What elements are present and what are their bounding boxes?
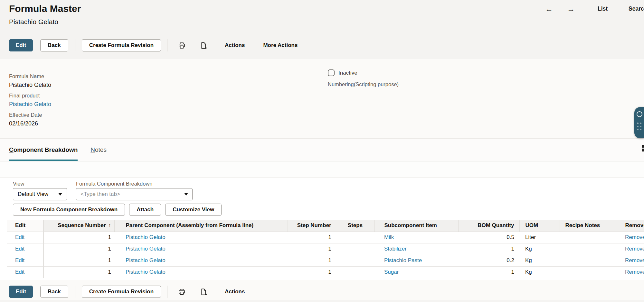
steps-cell [336,243,374,255]
attach-button[interactable]: Attach [129,204,161,216]
breakdown-combo-group: Formula Component Breakdown <Type then t… [76,181,193,200]
more-actions-button[interactable]: More Actions [263,42,298,49]
record-summary: Formula Name Pistachio Gelato Final prod… [0,59,644,139]
tab-notes[interactable]: Notes [90,139,107,161]
row-remove-link[interactable]: Remove [625,257,644,263]
inactive-checkbox[interactable] [328,69,335,76]
column-header-step-number[interactable]: Step Number [288,220,336,232]
subcomponent-item-link[interactable]: Stabilizer [384,246,407,252]
forward-arrow-icon[interactable]: → [567,4,575,14]
breakdown-label: Formula Component Breakdown [76,181,193,187]
bottom-toolbar: Edit Back Create Formula Revision Acti [9,286,245,298]
create-formula-revision-button[interactable]: Create Formula Revision [82,39,161,51]
recipe-notes-cell [560,232,621,243]
back-button[interactable]: Back [40,39,68,51]
parent-component-link[interactable]: Pistachio Gelato [126,246,166,252]
page-header: Formula Master Pistachio Gelato ← → List… [0,0,644,59]
uom-cell: Kg [519,266,560,278]
view-label: View [13,181,67,187]
sequence-number-cell: 1 [43,243,114,255]
record-subtitle: Pistachio Gelato [9,18,58,26]
bom-quantity-cell: 1 [458,243,519,255]
actions-button[interactable]: Actions [225,288,245,295]
back-button[interactable]: Back [40,286,68,298]
customize-view-button[interactable]: Customize View [165,204,222,216]
sort-ascending-icon: ↑ [109,223,111,228]
parent-component-link[interactable]: Pistachio Gelato [126,234,166,240]
view-select[interactable]: Default View [13,188,67,200]
sequence-number-cell: 1 [43,266,114,278]
breakdown-placeholder: <Type then tab> [80,191,120,197]
printer-icon [178,288,185,296]
formula-master-page: Formula Master Pistachio Gelato ← → List… [0,0,644,302]
new-document-button[interactable] [200,286,207,298]
print-button[interactable] [178,286,185,298]
formula-name-field: Formula Name Pistachio Gelato [9,73,644,88]
new-formula-component-breakdown-button[interactable]: New Formula Component Breakdown [13,204,125,216]
steps-cell [336,266,374,278]
dropdown-caret-icon [184,193,188,196]
search-menu-item[interactable]: Search [629,5,644,12]
column-header-bom-quantity[interactable]: BOM Quantity [458,220,519,232]
table-header-row: Edit Sequence Number↑ Parent Component (… [7,220,644,232]
row-remove-link[interactable]: Remove [625,234,644,240]
column-header-uom[interactable]: UOM [519,220,560,232]
column-header-steps[interactable]: Steps [336,220,374,232]
subcomponent-item-link[interactable]: Pistachio Paste [384,257,422,263]
breakdown-combo-input[interactable]: <Type then tab> [76,188,193,200]
create-formula-revision-button[interactable]: Create Formula Revision [82,286,161,298]
step-number-cell: 1 [288,232,336,243]
floating-action-pill[interactable] [634,107,644,138]
new-document-button[interactable] [200,39,207,51]
component-breakdown-panel: View Default View Formula Component Brea… [0,178,644,280]
recipe-notes-cell [560,255,621,266]
table-row: Edit 1 Pistachio Gelato 1 Milk 0.5 Liter… [7,232,644,243]
view-select-value: Default View [18,191,48,197]
back-arrow-icon[interactable]: ← [545,4,553,14]
page-bottom-margin [0,300,644,302]
row-remove-link[interactable]: Remove [625,269,644,275]
tab-content-gap [0,161,644,178]
recipe-notes-cell [560,243,621,255]
column-header-recipe-notes[interactable]: Recipe Notes [560,220,621,232]
record-flags: Inactive Numbering(Scripting purpose) [328,69,399,87]
list-menu-item[interactable]: List [598,5,608,12]
uom-cell: Liter [519,232,560,243]
sequence-number-cell: 1 [43,255,114,266]
uom-cell: Kg [519,255,560,266]
row-edit-link[interactable]: Edit [15,269,24,275]
subcomponent-item-link[interactable]: Sugar [384,269,399,275]
actions-button[interactable]: Actions [225,42,245,49]
column-header-edit[interactable]: Edit [7,220,43,232]
row-edit-link[interactable]: Edit [15,257,24,263]
step-number-cell: 1 [288,266,336,278]
header-divider [592,1,592,17]
bom-quantity-cell: 0.5 [458,232,519,243]
steps-cell [336,232,374,243]
subcomponent-item-link[interactable]: Milk [384,234,394,240]
formula-name-label: Formula Name [9,73,644,79]
step-number-cell: 1 [288,243,336,255]
parent-component-link[interactable]: Pistachio Gelato [126,269,166,275]
row-remove-link[interactable]: Remove [625,246,644,252]
final-product-link[interactable]: Pistachio Gelato [9,101,51,107]
column-header-sequence-number[interactable]: Sequence Number↑ [43,220,114,232]
row-edit-link[interactable]: Edit [15,246,24,252]
clipped-edge-content [642,145,644,152]
dropdown-caret-icon [58,193,62,196]
column-header-subcomponent-item[interactable]: Subcomponent Item [374,220,458,232]
table-row: Edit 1 Pistachio Gelato 1 Sugar 1 Kg Rem… [7,266,644,278]
tab-component-breakdown[interactable]: Component Breakdown [9,139,78,161]
document-add-icon [200,42,207,49]
parent-component-link[interactable]: Pistachio Gelato [126,257,166,263]
edit-button[interactable]: Edit [9,39,33,51]
toolbar-divider [75,286,75,298]
column-header-parent-component[interactable]: Parent Component (Assembly from Formula … [114,220,288,232]
formula-name-value: Pistachio Gelato [9,82,644,88]
column-header-remove[interactable]: Remove [621,220,644,232]
bom-quantity-cell: 1 [458,266,519,278]
print-button[interactable] [178,39,185,51]
row-edit-link[interactable]: Edit [15,234,24,240]
edit-button[interactable]: Edit [9,286,33,298]
toolbar-divider [167,286,167,298]
